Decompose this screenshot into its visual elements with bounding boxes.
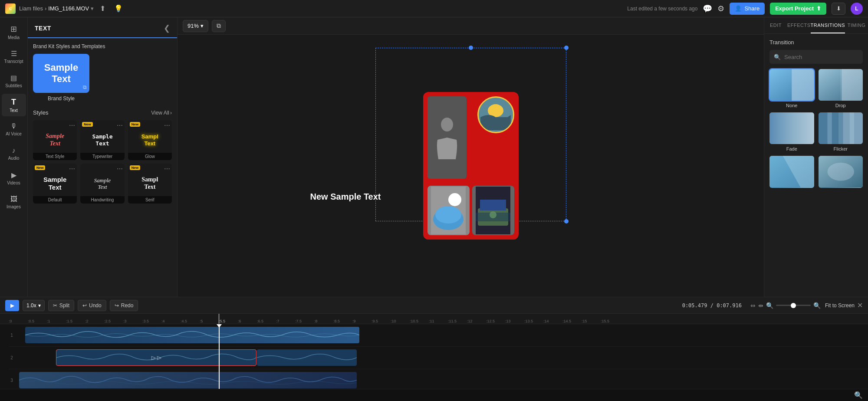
search-timeline-button[interactable]: 🔍 bbox=[854, 391, 863, 399]
track-label-3: 3 bbox=[9, 378, 15, 383]
topbar: C Liam files › IMG_1166.MOV ▾ ⬆ 💡 Last e… bbox=[0, 0, 868, 17]
style-card-glow[interactable]: New ⋯ SamplText Glow bbox=[128, 120, 172, 160]
tab-effects[interactable]: EFFECTS bbox=[787, 17, 811, 33]
style-card-default[interactable]: New ⋯ SampleText Default bbox=[33, 164, 77, 204]
sidebar-item-audio[interactable]: ♪ Audio bbox=[2, 142, 26, 165]
share-label: Share bbox=[744, 5, 760, 12]
style-card-glow-more-button[interactable]: ⋯ bbox=[164, 122, 170, 129]
canvas-viewport[interactable]: New Sample Text bbox=[178, 35, 764, 297]
breadcrumb-separator: › bbox=[45, 5, 46, 12]
transition-item-more1[interactable] bbox=[769, 156, 814, 190]
zoom-selector[interactable]: 91% ▾ bbox=[183, 20, 208, 32]
transition-thumb-more2-svg bbox=[819, 156, 863, 187]
sidebar-item-videos[interactable]: ▶ Videos bbox=[2, 167, 26, 189]
selection-handle-top-right bbox=[564, 46, 569, 50]
undo-button[interactable]: ↩ Undo bbox=[78, 300, 106, 311]
style-card-typewriter-text: SampleText bbox=[90, 131, 115, 149]
split-label: Split bbox=[59, 302, 69, 309]
style-card-serif[interactable]: New ⋯ SamplText Serif bbox=[128, 164, 172, 204]
export-button[interactable]: Export Project ⬆ bbox=[770, 3, 826, 15]
styles-grid: ⋯ SampleText Text Style New ⋯ SampleText… bbox=[33, 120, 172, 204]
sidebar-item-images[interactable]: 🖼 Images bbox=[2, 191, 26, 214]
style-card-handwriting-label: Handwriting bbox=[80, 196, 124, 204]
panel-collapse-button[interactable]: ❮ bbox=[164, 23, 170, 37]
track-clip-1[interactable] bbox=[25, 327, 359, 343]
sidebar-item-transcript[interactable]: ☰ Transcript bbox=[2, 45, 26, 68]
tab-edit[interactable]: EDIT bbox=[764, 17, 787, 33]
style-card-serif-more-button[interactable]: ⋯ bbox=[164, 165, 170, 172]
sidebar-item-text[interactable]: T Text bbox=[2, 94, 26, 116]
share-icon: 👤 bbox=[735, 5, 742, 12]
speed-label: 1.0x bbox=[26, 302, 36, 309]
preview-small-image-2 bbox=[472, 186, 514, 235]
transition-search[interactable]: 🔍 bbox=[769, 50, 863, 64]
text-panel-header: TEXT ❮ bbox=[28, 17, 177, 38]
ripple-edit-icon[interactable]: ⇔ bbox=[750, 302, 756, 309]
style-card-handwriting-more-button[interactable]: ⋯ bbox=[117, 165, 123, 172]
audio-icon: ♪ bbox=[12, 147, 16, 154]
sidebar-item-subtitles[interactable]: ▤ Subtitles bbox=[2, 69, 26, 92]
fit-screen-label: Fit to Screen bbox=[825, 302, 855, 309]
comment-button[interactable]: 💬 bbox=[703, 4, 712, 13]
style-card-typewriter-more-button[interactable]: ⋯ bbox=[117, 122, 123, 129]
tab-transitions-label: TRANSITIONS bbox=[811, 23, 845, 28]
track-content-1 bbox=[15, 327, 868, 344]
track-clip-3[interactable] bbox=[19, 372, 357, 388]
style-card-text-style[interactable]: ⋯ SampleText Text Style bbox=[33, 120, 77, 160]
transition-item-fade[interactable]: Fade bbox=[769, 112, 814, 151]
canvas-copy-button[interactable]: ⧉ bbox=[212, 20, 226, 32]
sidebar-item-ai-voice[interactable]: 🎙 AI Voice bbox=[2, 118, 26, 141]
search-input[interactable] bbox=[784, 54, 858, 60]
ai-voice-icon: 🎙 bbox=[10, 122, 17, 130]
tab-timing[interactable]: TIMING bbox=[845, 17, 868, 33]
new-sample-text[interactable]: New Sample Text bbox=[310, 192, 381, 201]
zoom-out-button[interactable]: 🔍 bbox=[766, 302, 773, 309]
timeline-zoom-slider[interactable] bbox=[776, 305, 811, 306]
style-card-more-button[interactable]: ⋯ bbox=[69, 122, 75, 129]
settings-button[interactable]: ⚙ bbox=[717, 4, 724, 13]
redo-button[interactable]: ↪ Redo bbox=[110, 300, 138, 311]
sidebar-item-label-transcript: Transcript bbox=[4, 59, 23, 64]
track-content-3 bbox=[15, 372, 868, 389]
svg-point-26 bbox=[827, 163, 854, 181]
breadcrumb-dropdown-icon[interactable]: ▾ bbox=[91, 5, 94, 12]
zoom-in-button[interactable]: 🔍 bbox=[813, 302, 821, 309]
play-icon: ▶ bbox=[10, 302, 14, 309]
split-button[interactable]: ✂ Split bbox=[48, 300, 74, 311]
transition-item-drop[interactable]: Drop bbox=[819, 69, 863, 108]
style-card-typewriter[interactable]: New ⋯ SampleText Typewriter bbox=[80, 120, 124, 160]
style-card-handwriting[interactable]: ⋯ SampleText Handwriting bbox=[80, 164, 124, 204]
canvas-toolbar: 91% ▾ ⧉ bbox=[178, 17, 764, 35]
transition-item-more2[interactable] bbox=[819, 156, 863, 190]
style-card-default-more-button[interactable]: ⋯ bbox=[69, 165, 75, 172]
fit-screen-button[interactable]: Fit to Screen bbox=[825, 302, 855, 309]
transition-item-flicker[interactable]: Flicker bbox=[819, 112, 863, 151]
timeline-close-button[interactable]: ✕ bbox=[857, 301, 863, 309]
search-timeline-icon: 🔍 bbox=[854, 391, 863, 399]
transition-thumb-drop bbox=[819, 69, 863, 101]
speed-selector[interactable]: 1.0x ▾ bbox=[23, 300, 45, 311]
play-button[interactable]: ▶ bbox=[5, 300, 19, 311]
magic-button[interactable]: 💡 bbox=[112, 3, 125, 15]
sidebar-item-media[interactable]: ⊞ Media bbox=[2, 21, 26, 43]
playhead bbox=[219, 324, 220, 389]
download-button[interactable]: ⬇ bbox=[832, 3, 845, 15]
track-clip-2a[interactable]: ⊳⊳ bbox=[56, 349, 256, 366]
track-clip-2b[interactable] bbox=[257, 349, 357, 366]
breadcrumb-parent[interactable]: Liam files bbox=[19, 5, 43, 12]
share-button[interactable]: 👤 Share bbox=[730, 3, 765, 15]
view-all-button[interactable]: View All › bbox=[151, 110, 172, 116]
transitions-grid: None Drop bbox=[769, 69, 863, 190]
style-card-handwriting-text: SampleText bbox=[92, 174, 113, 193]
brand-style-card[interactable]: SampleText ⧉ bbox=[33, 54, 89, 93]
tab-transitions[interactable]: TRANSITIONS bbox=[811, 17, 845, 33]
transition-item-none[interactable]: None bbox=[769, 69, 814, 108]
fit-tracks-icon[interactable]: ⇹ bbox=[758, 302, 763, 309]
canvas-text-overlay[interactable]: New Sample Text bbox=[310, 192, 381, 202]
svg-point-6 bbox=[435, 206, 461, 224]
style-card-serif-label: Serif bbox=[128, 196, 172, 204]
new-badge-glow: New bbox=[130, 122, 140, 127]
time-separator: / bbox=[710, 302, 713, 309]
text-panel: TEXT ❮ Brand Kit Styles and Templates Sa… bbox=[28, 17, 178, 297]
upload-button[interactable]: ⬆ bbox=[97, 3, 108, 15]
